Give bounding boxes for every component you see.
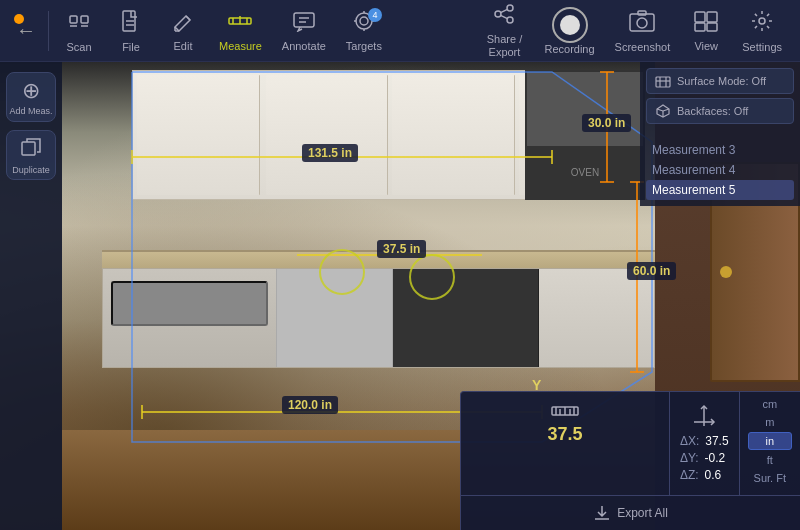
svg-rect-14 [294, 13, 314, 27]
svg-point-23 [507, 5, 513, 11]
add-meas-label: Add Meas. [9, 106, 52, 116]
svg-rect-33 [695, 23, 705, 31]
toolbar-annotate[interactable]: Annotate [272, 6, 336, 56]
svg-point-24 [495, 11, 501, 17]
measure-icon [228, 10, 252, 38]
svg-line-27 [501, 16, 508, 19]
label-right-top: 30.0 in [582, 114, 631, 132]
file-icon [120, 9, 142, 39]
share-icon [492, 3, 516, 31]
edit-icon [172, 10, 194, 38]
toolbar-edit[interactable]: Edit [157, 6, 209, 56]
svg-line-58 [657, 109, 663, 111]
units-column: cm m in ft Sur. Ft [740, 392, 800, 495]
surface-mode-icon [655, 73, 671, 89]
svg-rect-0 [70, 16, 77, 23]
measurement-3[interactable]: Measurement 3 [646, 140, 794, 160]
delta-x-label: ΔX: [680, 434, 699, 448]
backfaces-label: Backfaces: Off [677, 105, 748, 117]
svg-rect-32 [707, 12, 717, 22]
toolbar-targets[interactable]: 4 Targets [336, 6, 392, 56]
toolbar: ← Scan File [0, 0, 800, 62]
unit-in[interactable]: in [748, 432, 792, 450]
unit-cm[interactable]: cm [748, 396, 792, 412]
toolbar-view[interactable]: View [680, 6, 732, 56]
scan-label: Scan [66, 41, 91, 53]
right-panel: Surface Mode: Off Backfaces: Off [640, 62, 800, 134]
label-top: 131.5 in [302, 144, 358, 162]
ruler-icon [471, 402, 659, 420]
toolbar-recording[interactable]: Recording [534, 3, 604, 59]
unit-surft[interactable]: Sur. Ft [748, 470, 792, 486]
left-sidebar: ⊕ Add Meas. Duplicate [0, 62, 62, 530]
export-label: Export All [617, 506, 668, 520]
svg-rect-30 [638, 11, 646, 15]
duplicate-button[interactable]: Duplicate [6, 130, 56, 180]
delta-x-value: 37.5 [705, 434, 728, 448]
delta-z-label: ΔZ: [680, 468, 699, 482]
delta-y-row: ΔY: -0.2 [680, 451, 729, 465]
toolbar-file[interactable]: File [105, 5, 157, 57]
duplicate-label: Duplicate [12, 165, 50, 175]
bottom-panel-inner: 37.5 ΔX: 37.5 ΔY: - [461, 392, 800, 495]
annotate-label: Annotate [282, 40, 326, 52]
ruler-column: 37.5 [461, 392, 670, 495]
svg-point-25 [507, 17, 513, 23]
delta-y-label: ΔY: [680, 451, 699, 465]
cabinet-door-2 [266, 75, 389, 195]
delta-z-row: ΔZ: 0.6 [680, 468, 729, 482]
export-icon [593, 504, 611, 522]
cabinet-door-1 [137, 75, 260, 195]
bottom-panel: 37.5 ΔX: 37.5 ΔY: - [460, 391, 800, 530]
toolbar-scan[interactable]: Scan [53, 5, 105, 57]
toolbar-screenshot[interactable]: Screenshot [605, 5, 681, 57]
axes-column: ΔX: 37.5 ΔY: -0.2 ΔZ: 0.6 [670, 392, 740, 495]
svg-point-35 [759, 18, 765, 24]
label-bottom: 120.0 in [282, 396, 338, 414]
export-all-button[interactable]: Export All [461, 495, 800, 530]
surface-mode-label: Surface Mode: Off [677, 75, 766, 87]
settings-label: Settings [742, 41, 782, 53]
measure-label: Measure [219, 40, 262, 52]
svg-rect-52 [22, 142, 35, 155]
view-label: View [694, 40, 718, 52]
delta-y-value: -0.2 [705, 451, 726, 465]
backfaces-button[interactable]: Backfaces: Off [646, 98, 794, 124]
svg-rect-53 [656, 77, 670, 87]
svg-point-29 [637, 18, 647, 28]
screenshot-label: Screenshot [615, 41, 671, 53]
ruler-value: 37.5 [471, 424, 659, 445]
svg-line-7 [186, 16, 190, 20]
svg-point-18 [360, 17, 368, 25]
add-meas-icon: ⊕ [22, 78, 40, 104]
unit-m[interactable]: m [748, 414, 792, 430]
toolbar-share[interactable]: Share /Export [474, 0, 534, 62]
measurement-5[interactable]: Measurement 5 [646, 180, 794, 200]
toolbar-divider [48, 11, 49, 51]
add-measurement-button[interactable]: ⊕ Add Meas. [6, 72, 56, 122]
orange-dot [14, 14, 24, 24]
label-mid: 37.5 in [377, 240, 426, 258]
svg-line-57 [663, 109, 669, 111]
delta-z-value: 0.6 [705, 468, 722, 482]
measurement-4[interactable]: Measurement 4 [646, 160, 794, 180]
duplicate-icon [20, 136, 42, 163]
measurement-list: Measurement 3 Measurement 4 Measurement … [640, 134, 800, 206]
surface-mode-button[interactable]: Surface Mode: Off [646, 68, 794, 94]
annotate-icon [292, 10, 316, 38]
svg-rect-34 [707, 23, 717, 31]
lower-cabinets [102, 268, 655, 368]
file-label: File [122, 41, 140, 53]
screenshot-icon [628, 9, 656, 39]
toolbar-settings[interactable]: Settings [732, 5, 792, 57]
recording-icon [552, 7, 588, 43]
svg-rect-31 [695, 12, 705, 22]
svg-line-26 [501, 10, 508, 13]
targets-label: Targets [346, 40, 382, 52]
toolbar-measure[interactable]: Measure [209, 6, 272, 56]
unit-ft[interactable]: ft [748, 452, 792, 468]
microwave: OVEN [525, 70, 645, 200]
edit-label: Edit [174, 40, 193, 52]
back-button[interactable]: ← [8, 19, 44, 42]
recording-label: Recording [544, 43, 594, 55]
